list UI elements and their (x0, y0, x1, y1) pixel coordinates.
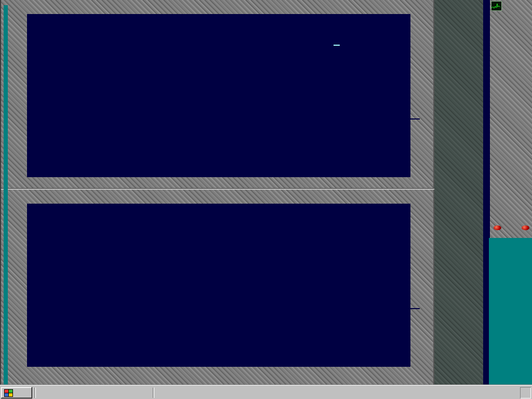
system-tray (520, 387, 531, 398)
start-button[interactable] (1, 387, 32, 398)
status-led-left (494, 225, 501, 230)
multimeter-window (434, 0, 489, 385)
plot-divider (1, 188, 435, 190)
taskbar-separator (153, 388, 154, 398)
app-icon[interactable] (491, 1, 502, 11)
status-led-right (522, 225, 529, 230)
peak-marker-legend-right (409, 308, 420, 309)
control-panel (489, 0, 532, 238)
cursor-readout-tooltip (334, 45, 340, 46)
desktop-gap-strip (4, 5, 8, 384)
multimeter-title (434, 0, 483, 9)
peak-marker-legend-left (409, 118, 420, 119)
spectrum-window (0, 0, 435, 385)
taskbar (0, 385, 532, 399)
spectrum-plot-left[interactable] (27, 14, 410, 177)
windows-logo-icon (4, 389, 13, 397)
spectrum-plot-right[interactable] (27, 204, 410, 367)
taskbar-separator (34, 388, 36, 398)
